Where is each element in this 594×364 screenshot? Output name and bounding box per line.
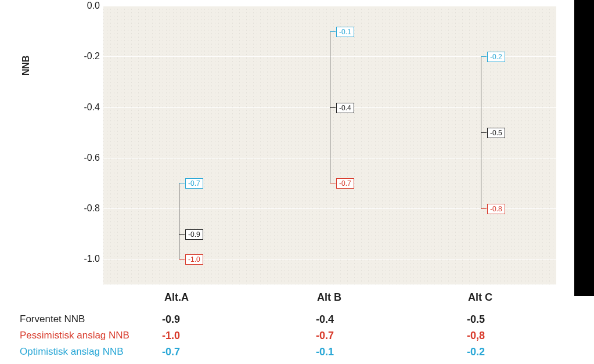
ytick-4: -0.8 — [71, 203, 100, 214]
leader-c-pes — [481, 208, 487, 209]
leader-a-opt — [179, 183, 185, 183]
data-label-b-expected: -0.4 — [336, 103, 354, 113]
gridline — [103, 259, 556, 260]
data-label-b-pessimistic: -0.7 — [336, 178, 354, 189]
row-label-expected: Forventet NNB — [20, 313, 85, 325]
range-bar-a — [179, 183, 179, 259]
leader-b-opt — [330, 31, 336, 32]
row-label-optimistic: Optimistisk anslag NNB — [20, 346, 124, 358]
gridline — [103, 6, 556, 6]
leader-b-pes — [330, 183, 336, 183]
leader-c-for — [481, 132, 487, 133]
chart: NNB 0.0 -0.2 -0.4 -0.6 -0.8 -1.0 -0.7 -0… — [10, 6, 571, 284]
data-label-c-optimistic: -0.2 — [487, 52, 505, 62]
table-row: Forventet NNB -0.9 -0.4 -0.5 — [20, 313, 571, 330]
leader-c-opt — [481, 56, 487, 57]
data-label-a-expected: -0.9 — [185, 229, 203, 240]
cell: -0.1 — [316, 346, 334, 358]
data-label-c-pessimistic: -0.8 — [487, 204, 505, 214]
cell: -0.2 — [467, 346, 485, 358]
data-label-a-optimistic: -0.7 — [185, 178, 203, 189]
ytick-3: -0.6 — [71, 153, 100, 163]
x-category-b: Alt B — [317, 291, 341, 304]
cell: -0.7 — [162, 346, 180, 358]
leader-a-pes — [179, 259, 185, 260]
table-row: Optimistisk anslag NNB -0.7 -0.1 -0.2 — [20, 346, 571, 362]
cell: -0.9 — [162, 313, 180, 326]
right-black-strip — [574, 0, 594, 296]
cell: -0.4 — [316, 313, 334, 326]
cell: -1.0 — [162, 330, 180, 342]
row-label-pessimistic: Pessimistisk anslag NNB — [20, 330, 129, 341]
plot-area: -0.7 -0.9 -1.0 -0.1 -0.4 -0.7 -0.2 -0.5 … — [103, 6, 556, 284]
data-label-c-expected: -0.5 — [487, 128, 505, 138]
ytick-5: -1.0 — [71, 254, 100, 264]
leader-b-for — [330, 107, 336, 108]
cell: -0.5 — [467, 313, 485, 326]
x-category-a: Alt.A — [164, 291, 189, 304]
cell: -0,8 — [467, 330, 485, 342]
table-row: Pessimistisk anslag NNB -1.0 -0.7 -0,8 — [20, 330, 571, 346]
leader-a-for — [179, 234, 185, 235]
ytick-1: -0.2 — [71, 51, 100, 62]
data-label-b-optimistic: -0.1 — [336, 27, 354, 37]
cell: -0.7 — [316, 330, 334, 342]
data-label-a-pessimistic: -1.0 — [185, 254, 203, 265]
ytick-2: -0.4 — [71, 102, 100, 113]
y-axis-label: NNB — [21, 55, 31, 75]
x-category-c: Alt C — [468, 291, 492, 304]
ytick-0: 0.0 — [71, 1, 100, 11]
data-table: Forventet NNB -0.9 -0.4 -0.5 Pessimistis… — [20, 313, 571, 362]
